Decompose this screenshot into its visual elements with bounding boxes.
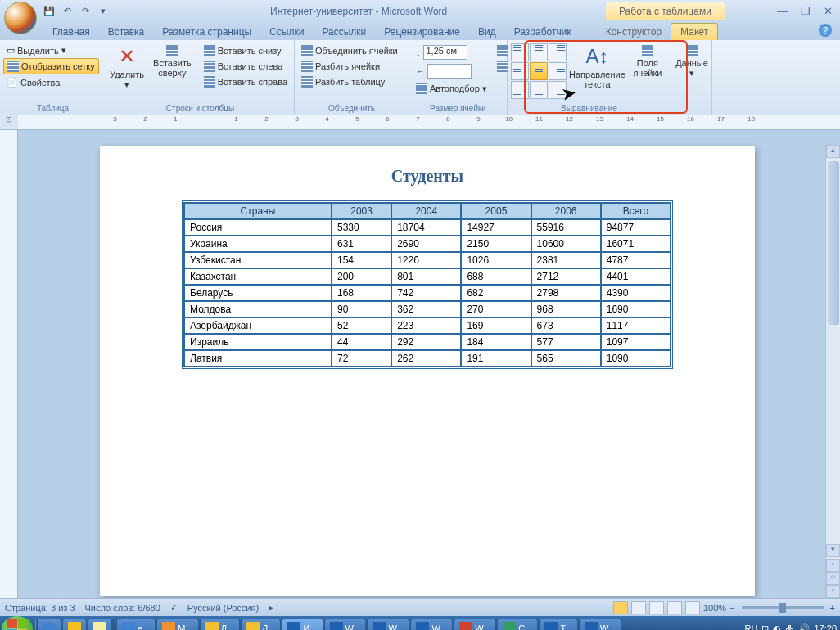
table-cell[interactable]: 1690	[601, 301, 671, 317]
view-print-layout[interactable]	[613, 601, 628, 614]
table-row[interactable]: Узбекистан1541226102623814787	[184, 252, 671, 268]
table-cell[interactable]: Латвия	[184, 350, 332, 367]
split-cells-button[interactable]: Разбить ячейки	[298, 59, 401, 74]
delete-button[interactable]: ✕Удалить▾	[110, 43, 144, 92]
tab-insert[interactable]: Вставка	[99, 24, 154, 40]
qat-dropdown-icon[interactable]: ▾	[95, 3, 111, 20]
vertical-scrollbar[interactable]: ▴ ▾ ◦ ○ ◦	[825, 145, 840, 598]
table-row[interactable]: Россия533018704149275591694877	[184, 219, 671, 236]
table-cell[interactable]: 4390	[601, 285, 671, 301]
prev-page-button[interactable]: ◦	[826, 559, 840, 572]
close-button[interactable]: ✕	[820, 5, 836, 17]
taskbar-app[interactable]: T...	[539, 619, 578, 630]
scroll-up-button[interactable]: ▴	[826, 145, 840, 158]
table-cell[interactable]: 2381	[531, 252, 601, 268]
vertical-ruler[interactable]: ⊡	[0, 115, 18, 598]
table-cell[interactable]: 2798	[531, 285, 601, 301]
table-cell[interactable]: 2712	[531, 268, 601, 285]
table-cell[interactable]: 270	[461, 301, 531, 317]
col-width-input[interactable]: ↔	[413, 62, 490, 80]
taskbar-app[interactable]: W...	[579, 619, 621, 630]
next-page-button[interactable]: ◦	[826, 585, 840, 598]
table-cell[interactable]: 169	[461, 317, 531, 334]
align-top-center[interactable]	[530, 43, 548, 61]
table-row[interactable]: Беларусь16874268227984390	[184, 285, 671, 301]
start-button[interactable]	[2, 616, 33, 630]
quick-launch-ie[interactable]	[37, 619, 61, 630]
help-icon[interactable]: ?	[819, 24, 832, 37]
table-header[interactable]: Всего	[601, 203, 671, 219]
table-cell[interactable]: Узбекистан	[184, 252, 332, 268]
taskbar-app[interactable]: И...	[282, 619, 323, 630]
zoom-slider[interactable]	[742, 606, 824, 609]
table-cell[interactable]: 44	[332, 334, 391, 350]
table-header[interactable]: 2006	[531, 203, 601, 219]
merge-cells-button[interactable]: Объединить ячейки	[298, 43, 401, 58]
tray-icon-2[interactable]: ◐	[773, 623, 781, 631]
insert-left-button[interactable]: Вставить слева	[201, 59, 291, 74]
taskbar-app[interactable]: W...	[324, 619, 367, 630]
table-cell[interactable]: 2690	[391, 236, 461, 252]
table-cell[interactable]: Казахстан	[184, 268, 332, 285]
status-language[interactable]: Русский (Россия)	[187, 603, 259, 613]
tab-layout[interactable]: Макет	[671, 23, 718, 40]
table-cell[interactable]: Израиль	[184, 334, 332, 350]
align-bottom-left[interactable]	[511, 81, 529, 99]
scroll-down-button[interactable]: ▾	[826, 544, 840, 557]
zoom-level[interactable]: 100%	[703, 603, 726, 613]
maximize-button[interactable]: ❐	[797, 5, 814, 17]
align-bottom-center[interactable]	[530, 81, 548, 99]
table-cell[interactable]: 4401	[601, 268, 671, 285]
table-header[interactable]: Страны	[184, 203, 332, 219]
split-table-button[interactable]: Разбить таблицу	[298, 74, 401, 89]
taskbar-app[interactable]: W...	[367, 619, 409, 630]
text-direction-button[interactable]: A↕Направление текста	[568, 43, 626, 91]
align-bottom-right[interactable]	[549, 81, 567, 99]
taskbar-app[interactable]: M...	[156, 619, 198, 630]
qat-save-icon[interactable]: 💾	[41, 3, 57, 20]
table-cell[interactable]: 565	[531, 350, 601, 367]
status-words[interactable]: Число слов: 6/680	[85, 603, 160, 613]
taskbar-app[interactable]: Л...	[200, 619, 240, 630]
table-cell[interactable]: 262	[391, 350, 461, 367]
table-cell[interactable]: 292	[391, 334, 461, 350]
table-cell[interactable]: 55916	[531, 219, 601, 236]
tab-home[interactable]: Главная	[43, 24, 99, 40]
taskbar-app[interactable]: С...	[497, 619, 538, 630]
quick-launch-outlook[interactable]	[62, 619, 87, 630]
table-cell[interactable]: Беларусь	[184, 285, 332, 301]
zoom-out-button[interactable]: −	[729, 603, 734, 613]
table-cell[interactable]: 200	[332, 268, 391, 285]
table-cell[interactable]: 72	[332, 350, 391, 367]
select-button[interactable]: ▭ Выделить ▾	[3, 43, 99, 57]
scroll-thumb[interactable]	[828, 161, 839, 325]
view-full-screen[interactable]	[631, 601, 646, 614]
table-cell[interactable]: 1090	[601, 350, 671, 367]
zoom-in-button[interactable]: +	[830, 603, 835, 613]
table-cell[interactable]: 742	[391, 285, 461, 301]
tab-review[interactable]: Рецензирование	[375, 24, 469, 40]
taskbar-app[interactable]: W...	[454, 619, 496, 630]
table-cell[interactable]: 191	[461, 350, 531, 367]
align-middle-right[interactable]	[549, 62, 567, 80]
data-table[interactable]: Страны2003200420052006ВсегоРоссия5330187…	[182, 200, 673, 369]
table-cell[interactable]: 16071	[601, 236, 671, 252]
status-spellcheck-icon[interactable]: ✓	[170, 602, 178, 613]
table-cell[interactable]: 90	[332, 301, 391, 317]
tray-icon-1[interactable]: ⊡	[761, 623, 769, 631]
table-cell[interactable]: 2150	[461, 236, 531, 252]
table-cell[interactable]: Азербайджан	[184, 317, 332, 334]
view-web-layout[interactable]	[649, 601, 664, 614]
table-cell[interactable]: 10600	[531, 236, 601, 252]
table-cell[interactable]: 673	[531, 317, 601, 334]
align-top-right[interactable]	[549, 43, 567, 61]
table-cell[interactable]: 168	[332, 285, 391, 301]
table-cell[interactable]: 1097	[601, 334, 671, 350]
ruler-corner[interactable]: ⊡	[0, 115, 18, 130]
table-cell[interactable]: 1117	[601, 317, 671, 334]
taskbar-app[interactable]: e...	[116, 619, 156, 630]
properties-button[interactable]: 📄 Свойства	[3, 75, 99, 89]
table-row[interactable]: Азербайджан522231696731117	[184, 317, 671, 334]
insert-above-button[interactable]: Вставить сверху	[146, 43, 199, 79]
table-cell[interactable]: Молдова	[184, 301, 332, 317]
